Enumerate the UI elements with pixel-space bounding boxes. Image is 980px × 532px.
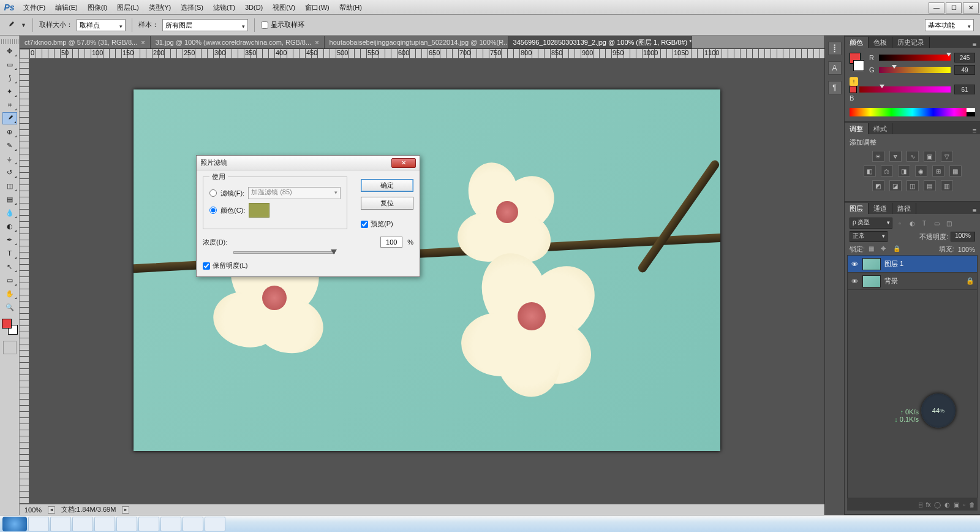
fill-value[interactable]: 100% [958, 246, 975, 253]
close-icon[interactable]: × [315, 39, 318, 46]
tab-styles[interactable]: 样式 [869, 123, 892, 134]
colorlookup-icon[interactable]: ▦ [949, 165, 962, 177]
density-slider[interactable] [233, 251, 335, 254]
filter-select[interactable]: 加温滤镜 (85) [248, 187, 341, 199]
b-input[interactable] [954, 85, 975, 94]
pen-tool[interactable]: ✒ [2, 234, 17, 246]
menu-view[interactable]: 视图(V) [268, 0, 300, 15]
color-radio[interactable] [209, 207, 217, 214]
color-swatches[interactable] [2, 319, 18, 335]
tab-color[interactable]: 颜色 [845, 37, 869, 48]
show-ring-input[interactable] [261, 21, 268, 29]
color-radio-row[interactable]: 颜色(C): [209, 203, 341, 218]
photofilter-icon[interactable]: ◉ [915, 165, 927, 177]
lock-position-icon[interactable]: ✥ [881, 245, 889, 254]
panel-color-swatches[interactable] [850, 53, 864, 74]
tab-history[interactable]: 历史记录 [892, 37, 930, 48]
taskbar-app[interactable] [94, 517, 115, 531]
layer-thumb[interactable] [862, 275, 881, 287]
move-tool[interactable]: ✥ [2, 45, 17, 57]
horizontal-ruler[interactable]: 0501001502002503003504004505005506006507… [29, 49, 824, 59]
bw-icon[interactable]: ◨ [898, 165, 910, 177]
vertical-ruler[interactable] [20, 59, 29, 504]
new-layer-icon[interactable]: ▫ [963, 501, 965, 508]
gradientmap-icon[interactable]: ▤ [924, 180, 936, 191]
layer-name[interactable]: 背景 [884, 276, 898, 286]
posterize-icon[interactable]: ◪ [889, 180, 902, 191]
info-arrow[interactable]: ▸ [122, 506, 129, 514]
taskbar-app[interactable] [205, 517, 225, 531]
maximize-button[interactable]: ☐ [946, 2, 962, 13]
performance-gauge[interactable]: 44% [921, 393, 956, 428]
color-spectrum[interactable] [850, 108, 975, 116]
sample-size-select[interactable]: 取样点 [77, 19, 126, 31]
hand-tool[interactable]: ✋ [2, 287, 17, 300]
ok-button[interactable]: 确定 [361, 179, 413, 192]
visibility-icon[interactable]: 👁 [850, 278, 859, 285]
taskbar-app[interactable] [116, 517, 137, 531]
visibility-icon[interactable]: 👁 [850, 260, 859, 268]
brightness-icon[interactable]: ☀ [872, 151, 884, 162]
color-swatch[interactable] [249, 203, 270, 218]
channelmixer-icon[interactable]: ⊞ [932, 165, 944, 177]
web-color-icon[interactable] [850, 86, 857, 93]
ruler-origin[interactable] [20, 49, 29, 59]
eraser-tool[interactable]: ◫ [2, 180, 17, 192]
canvas-viewport[interactable]: 照片滤镜 ✕ 使用 滤镜(F): 加温滤镜 (85) [29, 59, 824, 504]
link-layers-icon[interactable]: ⌸ [919, 501, 922, 508]
foreground-color[interactable] [2, 319, 12, 329]
delete-layer-icon[interactable]: 🗑 [969, 501, 975, 508]
doc-tab[interactable]: houtaobaisebeijinggaoqingtupian_5022014.… [325, 36, 508, 48]
panel-grip[interactable] [1, 39, 18, 44]
preview-check[interactable]: 预览(P) [361, 219, 413, 229]
shape-tool[interactable]: ▭ [2, 274, 17, 286]
filter-radio-row[interactable]: 滤镜(F): 加温滤镜 (85) [209, 187, 341, 199]
group-icon[interactable]: ▣ [954, 501, 959, 508]
doc-tab[interactable]: 31.jpg @ 100% (www.coreldrawchina.com, R… [151, 36, 325, 48]
filter-type-icon[interactable]: T [919, 218, 929, 228]
sample-layers-select[interactable]: 所有图层 [162, 19, 248, 31]
curves-icon[interactable]: ∿ [907, 151, 919, 162]
g-slider[interactable] [879, 67, 951, 73]
brush-tool[interactable]: ✎ [2, 139, 17, 151]
marquee-tool[interactable]: ▭ [2, 58, 17, 70]
tab-paths[interactable]: 路径 [892, 203, 916, 214]
layer-name[interactable]: 图层 1 [884, 259, 903, 268]
threshold-icon[interactable]: ◫ [907, 180, 919, 191]
preserve-luminosity-check[interactable]: 保留明度(L) [203, 261, 413, 270]
filter-image-icon[interactable]: ▫ [895, 218, 905, 228]
gradient-tool[interactable]: ▤ [2, 193, 17, 205]
panel-menu-icon[interactable]: ≡ [969, 40, 980, 48]
levels-icon[interactable]: ⛛ [889, 151, 902, 162]
eyedropper-tool[interactable] [2, 112, 17, 124]
stamp-tool[interactable]: ⏚ [2, 153, 17, 165]
tab-channels[interactable]: 通道 [869, 203, 892, 214]
menu-layer[interactable]: 图层(L) [112, 0, 143, 15]
tab-swatches[interactable]: 色板 [869, 37, 892, 48]
adjustment-layer-icon[interactable]: ◐ [944, 501, 950, 508]
taskbar-app[interactable] [72, 517, 93, 531]
history-brush-tool[interactable]: ↺ [2, 166, 17, 178]
vibrance-icon[interactable]: ▽ [941, 151, 953, 162]
menu-select[interactable]: 选择(S) [176, 0, 208, 15]
lasso-tool[interactable]: ⟆ [2, 72, 17, 84]
dodge-tool[interactable]: ◐ [2, 220, 17, 232]
panel-menu-icon[interactable]: ≡ [969, 207, 980, 214]
history-panel-icon[interactable]: ┋ [828, 42, 842, 55]
close-button[interactable]: ✕ [963, 2, 979, 13]
hue-icon[interactable]: ◧ [864, 165, 876, 177]
type-tool[interactable]: T [2, 247, 17, 259]
menu-file[interactable]: 文件(F) [18, 0, 50, 15]
preserve-luminosity-input[interactable] [203, 262, 210, 270]
chevron-down-icon[interactable]: ▼ [21, 22, 26, 28]
menu-type[interactable]: 类型(Y) [144, 0, 176, 15]
dialog-titlebar[interactable]: 照片滤镜 ✕ [197, 156, 420, 170]
blend-mode-select[interactable]: 正常 [850, 231, 888, 242]
gamut-warning-icon[interactable]: ! [850, 77, 858, 86]
tab-layers[interactable]: 图层 [845, 203, 869, 214]
tab-adjustments[interactable]: 调整 [845, 123, 869, 134]
zoom-arrow-left[interactable]: ◂ [48, 506, 55, 514]
taskbar-app[interactable] [50, 517, 71, 531]
opacity-value[interactable]: 100% [951, 232, 975, 241]
layer-kind-select[interactable]: ρ 类型 [850, 218, 892, 229]
